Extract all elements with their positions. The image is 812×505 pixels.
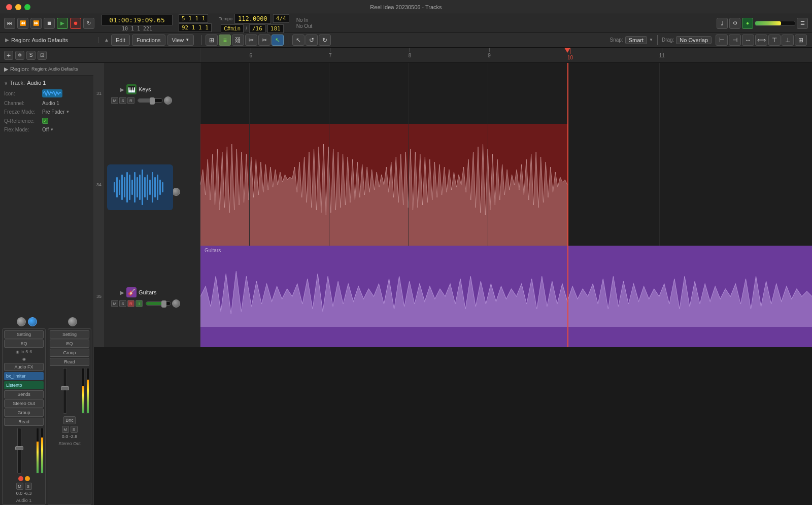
group-btn-1[interactable]: Group	[4, 409, 44, 417]
audio1-region[interactable]	[200, 124, 567, 246]
freeze-button[interactable]: ❄	[15, 51, 24, 60]
guitars-timeline[interactable]: Guitars	[200, 246, 812, 347]
s-btn-1[interactable]: S	[25, 483, 32, 490]
align-end-icon[interactable]: ⊤	[768, 35, 781, 46]
guitars-expand-icon[interactable]: ▶	[120, 290, 124, 295]
i-indicator-1[interactable]	[25, 476, 30, 481]
stop-button[interactable]: ⏹	[44, 18, 55, 29]
m-btn-1[interactable]: M	[16, 483, 23, 490]
snap-dropdown-icon[interactable]: ▼	[649, 38, 653, 42]
division-display[interactable]: /16	[249, 24, 265, 33]
s-button[interactable]: S	[26, 51, 36, 60]
rewind-button[interactable]: ⏮	[4, 18, 15, 29]
align-center-icon[interactable]: ↔	[742, 35, 754, 46]
keys-fader[interactable]	[138, 98, 163, 103]
eq-btn-2[interactable]: EQ	[50, 340, 89, 348]
audio1-vol-knob[interactable]	[172, 188, 180, 196]
guitars-i-btn[interactable]: I	[136, 300, 143, 307]
fader-thumb-1[interactable]	[15, 446, 23, 450]
forward-button[interactable]: ⏩	[30, 18, 42, 29]
guitars-m-btn[interactable]: M	[111, 300, 118, 307]
list-icon[interactable]: ☰	[797, 18, 808, 29]
keys-r-btn[interactable]: R	[127, 97, 134, 104]
list-view-button[interactable]: ≡	[219, 35, 231, 46]
pointer-tool[interactable]: ↖	[292, 35, 304, 46]
snap-value[interactable]: Smart	[625, 36, 647, 44]
eq-btn-1[interactable]: EQ	[4, 340, 44, 348]
add-track-button[interactable]: +	[4, 51, 13, 60]
guitars-fader[interactable]	[146, 301, 171, 306]
meter-fill-2	[82, 386, 84, 413]
sends-btn[interactable]: Sends	[4, 390, 44, 398]
guitars-r-btn[interactable]: R	[127, 300, 134, 307]
close-button[interactable]	[6, 4, 12, 10]
plugin-2[interactable]: Listento	[4, 381, 44, 389]
guitars-fader-knob[interactable]	[161, 300, 166, 308]
metronome-icon[interactable]: ♩	[717, 18, 728, 29]
key-display[interactable]: C#min	[221, 24, 244, 33]
link-button[interactable]: ⛓	[232, 35, 244, 46]
flex-dropdown[interactable]: ▼	[50, 127, 54, 132]
undo-button[interactable]: ↺	[306, 35, 318, 46]
bnc-btn[interactable]: Bnc	[63, 416, 76, 424]
read-btn-2[interactable]: Read	[50, 358, 89, 366]
edit-button[interactable]: Edit	[111, 35, 130, 46]
bars-beats-display-1[interactable]: 5 1 1 1	[179, 14, 208, 23]
fader-thumb-2[interactable]	[61, 386, 69, 390]
tempo-display[interactable]: 112.0000	[234, 14, 271, 24]
functions-button[interactable]: Functions	[132, 35, 165, 46]
play-button[interactable]: ▶	[57, 18, 68, 29]
fader-track-2[interactable]	[63, 368, 67, 414]
fast-rewind-button[interactable]: ⏪	[17, 18, 28, 29]
settings-icon[interactable]: ⚙	[729, 18, 740, 29]
pan-knob-1[interactable]	[17, 317, 26, 326]
cycle-button[interactable]: ↻	[83, 18, 94, 29]
minimize-button[interactable]	[15, 4, 21, 10]
collapse-icon[interactable]: ⊥	[782, 35, 794, 46]
stereo-out-btn[interactable]: Stereo Out	[4, 399, 44, 408]
keys-vol-knob[interactable]	[164, 96, 172, 105]
r-indicator-1[interactable]	[18, 476, 23, 481]
align-spread-icon[interactable]: ⟺	[755, 35, 767, 46]
grid-7	[329, 63, 329, 124]
fader-track-1[interactable]	[17, 428, 21, 474]
pan-knob-2[interactable]	[68, 317, 77, 326]
scissors-button[interactable]: ✂	[258, 35, 270, 46]
group-btn-2[interactable]: Group	[50, 349, 89, 357]
guitars-vol-knob[interactable]	[172, 299, 180, 308]
align-right-icon[interactable]: ⊣	[729, 35, 741, 46]
cursor-button[interactable]: ↖	[272, 35, 284, 46]
maximize-button[interactable]	[24, 4, 30, 10]
record-button[interactable]: ⏺	[70, 18, 81, 29]
keys-m-btn[interactable]: M	[111, 97, 118, 104]
setting-btn-1[interactable]: Setting	[4, 330, 44, 339]
freeze-dropdown[interactable]: ▼	[65, 110, 70, 114]
keys-fader-knob[interactable]	[150, 97, 155, 105]
volume-knob-1[interactable]	[28, 317, 37, 326]
view-button[interactable]: View ▼	[167, 35, 194, 46]
m-btn-2[interactable]: M	[62, 426, 69, 433]
bpm-val-display[interactable]: 181	[267, 24, 284, 33]
monitor-button[interactable]: ●	[742, 18, 753, 29]
keys-s-btn[interactable]: S	[119, 97, 126, 104]
region-info-button[interactable]: ⊡	[38, 51, 47, 60]
bars-beats-display-2[interactable]: 92 1 1 1	[179, 23, 212, 32]
plugin-1[interactable]: bx_limiter	[4, 372, 44, 380]
read-btn-1[interactable]: Read	[4, 418, 44, 426]
main-time-display[interactable]: 01:00:19:09.65	[101, 15, 173, 25]
s-btn-2[interactable]: S	[71, 426, 78, 433]
redo-button[interactable]: ↻	[319, 35, 331, 46]
drag-value[interactable]: No Overlap	[676, 36, 712, 44]
setting-btn-2[interactable]: Setting	[50, 330, 89, 339]
expand-icon[interactable]: ▶	[4, 66, 8, 73]
meter-display[interactable]: 4/4	[273, 14, 289, 23]
trim-button[interactable]: ✂	[245, 35, 257, 46]
guitars-track-num: 35	[94, 246, 104, 347]
grid-view-button[interactable]: ⊞	[206, 35, 218, 46]
guitars-s-btn[interactable]: S	[119, 300, 126, 307]
audio-fx-btn[interactable]: Audio FX	[4, 363, 44, 371]
zoom-icon[interactable]: ⊞	[795, 35, 807, 46]
qref-checkbox[interactable]: ✓	[42, 118, 48, 124]
align-left-icon[interactable]: ⊢	[716, 35, 728, 46]
keys-expand-icon[interactable]: ▶	[120, 87, 124, 92]
